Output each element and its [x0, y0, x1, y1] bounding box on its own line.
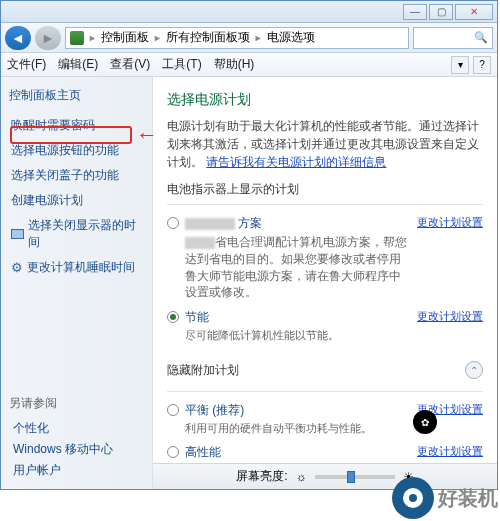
- maximize-button[interactable]: ▢: [429, 4, 453, 20]
- menubar: 文件(F) 编辑(E) 查看(V) 工具(T) 帮助(H) ▾ ?: [1, 53, 497, 77]
- search-input[interactable]: 🔍: [413, 27, 493, 49]
- brightness-slider[interactable]: [315, 475, 395, 479]
- brightness-label: 屏幕亮度:: [236, 468, 287, 485]
- menu-file[interactable]: 文件(F): [7, 56, 46, 73]
- back-button[interactable]: ◄: [5, 26, 31, 50]
- menu-edit[interactable]: 编辑(E): [58, 56, 98, 73]
- sidebar-item-lid-close[interactable]: 选择关闭盖子的功能: [9, 164, 144, 187]
- hidden-plans-header: 隐藏附加计划 ⌃: [167, 356, 483, 385]
- forward-button[interactable]: ►: [35, 26, 61, 50]
- back-icon: ◄: [11, 30, 25, 46]
- sidebar-link-personalize[interactable]: 个性化: [9, 418, 117, 439]
- page-title: 选择电源计划: [167, 91, 483, 109]
- watermark: 好装机: [392, 477, 498, 519]
- titlebar: — ▢ ✕: [1, 1, 497, 23]
- search-icon: 🔍: [474, 31, 488, 44]
- close-button[interactable]: ✕: [455, 4, 493, 20]
- change-plan-link[interactable]: 更改计划设置: [417, 444, 483, 459]
- see-also-heading: 另请参阅: [9, 395, 117, 412]
- sidebar: 控制面板主页 唤醒时需要密码 选择电源按钮的功能 选择关闭盖子的功能 创建电源计…: [1, 77, 153, 489]
- plan-row: 方案 省电合理调配计算机电源方案，帮您达到省电的目的。如果您要修改或者停用鲁大师…: [167, 211, 483, 305]
- content: 控制面板主页 唤醒时需要密码 选择电源按钮的功能 选择关闭盖子的功能 创建电源计…: [1, 77, 497, 489]
- change-plan-link[interactable]: 更改计划设置: [417, 215, 483, 230]
- hidden-plans-label: 隐藏附加计划: [167, 362, 239, 379]
- sidebar-link-users[interactable]: 用户帐户: [9, 460, 117, 481]
- watermark-logo: [392, 477, 434, 519]
- plan-row: 节能 尽可能降低计算机性能以节能。 更改计划设置: [167, 305, 483, 347]
- plan-group-shown: 方案 省电合理调配计算机电源方案，帮您达到省电的目的。如果您要修改或者停用鲁大师…: [167, 211, 483, 348]
- monitor-icon: [11, 229, 24, 239]
- breadcrumb[interactable]: ► 控制面板 ► 所有控制面板项 ► 电源选项: [65, 27, 409, 49]
- forward-icon: ►: [41, 30, 55, 46]
- plan-desc: 尽可能降低计算机性能以节能。: [185, 328, 411, 343]
- sidebar-link-mobility[interactable]: Windows 移动中心: [9, 439, 117, 460]
- radio-plan4[interactable]: [167, 446, 179, 458]
- sun-dim-icon: ☼: [296, 470, 307, 484]
- battery-plans-label: 电池指示器上显示的计划: [167, 181, 483, 198]
- collapse-button[interactable]: ⌃: [465, 361, 483, 379]
- sidebar-item-wake-password[interactable]: 唤醒时需要密码: [9, 114, 144, 137]
- plan-desc: 省电合理调配计算机电源方案，帮您达到省电的目的。如果您要修改或者停用鲁大师节能电…: [185, 234, 411, 301]
- breadcrumb-sep: ►: [254, 33, 263, 43]
- more-info-link[interactable]: 请告诉我有关电源计划的详细信息: [206, 155, 386, 169]
- menu-view[interactable]: 查看(V): [110, 56, 150, 73]
- main-panel: 选择电源计划 电源计划有助于最大化计算机的性能或者节能。通过选择计划来将其激活，…: [153, 77, 497, 489]
- plan-name: 方案: [185, 216, 262, 230]
- breadcrumb-sep: ►: [153, 33, 162, 43]
- divider: [167, 391, 483, 392]
- plan-name: 高性能: [185, 445, 221, 459]
- breadcrumb-item[interactable]: 控制面板: [101, 29, 149, 46]
- divider: [167, 204, 483, 205]
- sidebar-item-create-plan[interactable]: 创建电源计划: [9, 189, 144, 212]
- radio-plan3[interactable]: [167, 404, 179, 416]
- sidebar-item-display-off[interactable]: 选择关闭显示器的时间: [9, 214, 144, 254]
- window: — ▢ ✕ ◄ ► ► 控制面板 ► 所有控制面板项 ► 电源选项 🔍 文件(F…: [0, 0, 498, 490]
- gear-icon: ⚙: [11, 260, 23, 275]
- sidebar-item-sleep-time[interactable]: ⚙更改计算机睡眠时间: [9, 256, 144, 279]
- organize-icon[interactable]: ▾: [451, 56, 469, 74]
- sidebar-bottom: 另请参阅 个性化 Windows 移动中心 用户帐户: [9, 395, 117, 481]
- plan-name: 节能: [185, 310, 209, 324]
- breadcrumb-sep: ►: [88, 33, 97, 43]
- sidebar-item-power-button[interactable]: 选择电源按钮的功能: [9, 139, 144, 162]
- plan-name: 平衡 (推荐): [185, 403, 244, 417]
- radio-plan1[interactable]: [167, 217, 179, 229]
- breadcrumb-item[interactable]: 所有控制面板项: [166, 29, 250, 46]
- page-description: 电源计划有助于最大化计算机的性能或者节能。通过选择计划来将其激活，或选择计划并通…: [167, 117, 483, 171]
- power-icon: [70, 31, 84, 45]
- watermark-text: 好装机: [438, 485, 498, 512]
- radio-plan2[interactable]: [167, 311, 179, 323]
- help-icon[interactable]: ?: [473, 56, 491, 74]
- menu-right: ▾ ?: [451, 56, 491, 74]
- navbar: ◄ ► ► 控制面板 ► 所有控制面板项 ► 电源选项 🔍: [1, 23, 497, 53]
- plan-desc: 利用可用的硬件自动平衡功耗与性能。: [185, 421, 411, 436]
- menu-help[interactable]: 帮助(H): [214, 56, 255, 73]
- notification-badge[interactable]: ✿: [413, 410, 437, 434]
- minimize-button[interactable]: —: [403, 4, 427, 20]
- breadcrumb-item[interactable]: 电源选项: [267, 29, 315, 46]
- slider-thumb[interactable]: [347, 471, 355, 483]
- sidebar-heading: 控制面板主页: [9, 87, 144, 104]
- change-plan-link[interactable]: 更改计划设置: [417, 309, 483, 324]
- menu-tools[interactable]: 工具(T): [162, 56, 201, 73]
